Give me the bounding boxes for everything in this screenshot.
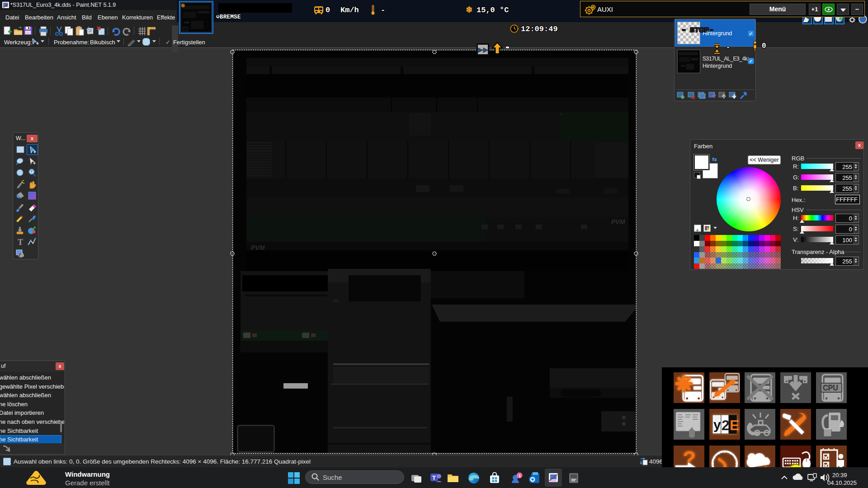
svg-text:1: 1 [519, 474, 521, 478]
svg-text:y: y [713, 417, 721, 432]
svg-text:T: T [18, 238, 23, 247]
svg-text:E: E [730, 417, 739, 433]
svg-text:2: 2 [722, 417, 730, 433]
svg-text:T: T [432, 474, 436, 481]
svg-text:CPU: CPU [823, 384, 838, 392]
